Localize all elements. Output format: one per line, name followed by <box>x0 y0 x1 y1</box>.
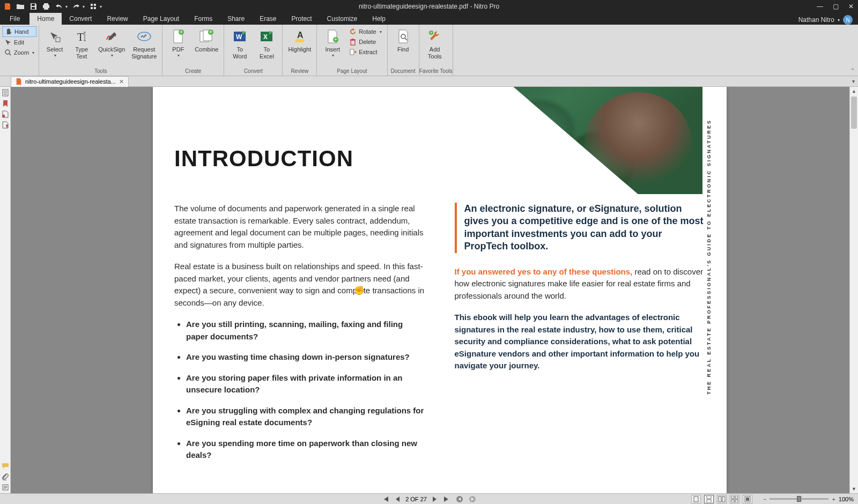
layers-panel-icon[interactable] <box>2 110 9 118</box>
vertical-scrollbar[interactable]: ▲ ▼ <box>849 87 858 493</box>
para-1: The volume of documents and paperwork ge… <box>174 203 425 251</box>
insert-button[interactable]: +Insert <box>319 26 346 60</box>
document-group-label: Document <box>388 67 419 76</box>
close-button[interactable]: ✕ <box>848 3 854 10</box>
zoom-out-button[interactable]: − <box>763 496 766 502</box>
combine-button[interactable]: +Combine <box>191 26 221 55</box>
para-4: This ebook will help you learn the advan… <box>455 312 706 372</box>
bookmarks-panel-icon[interactable] <box>2 100 9 107</box>
tab-convert[interactable]: Convert <box>62 13 99 25</box>
document-viewport[interactable]: THE REAL ESTATE PROFESSIONAL'S GUIDE TO … <box>11 87 858 493</box>
maximize-button[interactable]: ▢ <box>833 3 839 10</box>
svg-rect-45 <box>746 498 749 501</box>
page-counter[interactable]: 2 OF 27 <box>405 496 427 502</box>
to-excel-button[interactable]: XTo Excel <box>253 26 280 62</box>
bullet-4: Are you struggling with complex and chan… <box>186 405 425 429</box>
pages-panel-icon[interactable] <box>2 89 9 97</box>
signatures-panel-icon[interactable] <box>2 121 9 129</box>
tab-help[interactable]: Help <box>365 13 393 25</box>
bullet-1: Are you still printing, scanning, mailin… <box>186 318 425 343</box>
zoom-tool[interactable]: Zoom <box>2 48 36 57</box>
file-tab[interactable]: File <box>0 13 29 25</box>
add-tools-button[interactable]: +Add Tools <box>421 26 448 62</box>
prev-page-icon[interactable] <box>395 496 400 502</box>
svg-rect-0 <box>32 4 35 6</box>
tab-erase[interactable]: Erase <box>252 13 284 25</box>
document-tab[interactable]: nitro-ultimateguideesign-realesta... ✕ <box>11 76 129 87</box>
request-signature-button[interactable]: Request Signature <box>128 26 160 62</box>
delete-button[interactable]: Delete <box>347 37 383 47</box>
tab-forms[interactable]: Forms <box>187 13 220 25</box>
scroll-down-icon[interactable]: ▼ <box>850 485 858 493</box>
right-column: An electronic signature, or eSignature, … <box>455 203 706 470</box>
view-facing-continuous-button[interactable] <box>730 495 739 503</box>
select-button[interactable]: Select <box>41 26 68 60</box>
ribbon: Hand Edit Zoom Select TType Text QuickSi… <box>0 25 858 76</box>
svg-rect-10 <box>56 38 60 42</box>
svg-rect-4 <box>44 8 48 10</box>
comments-panel-icon[interactable] <box>2 462 9 470</box>
undo-icon[interactable] <box>55 2 63 11</box>
close-tab-icon[interactable]: ✕ <box>119 78 124 85</box>
qat-customize-icon[interactable] <box>89 2 98 11</box>
tab-protect[interactable]: Protect <box>284 13 320 25</box>
svg-rect-5 <box>91 4 93 6</box>
print-icon[interactable] <box>42 2 50 11</box>
highlight-button[interactable]: AHighlight <box>285 26 314 55</box>
view-fullscreen-button[interactable] <box>743 495 752 503</box>
tab-home[interactable]: Home <box>29 13 62 25</box>
scroll-thumb[interactable] <box>851 97 857 129</box>
undo-dropdown[interactable]: ▾ <box>65 4 68 9</box>
tab-share[interactable]: Share <box>220 13 252 25</box>
next-page-icon[interactable] <box>432 496 438 502</box>
edit-tool[interactable]: Edit <box>2 38 36 47</box>
tab-page-layout[interactable]: Page Layout <box>136 13 187 25</box>
view-continuous-button[interactable] <box>704 495 714 503</box>
pdf-button[interactable]: +PDF <box>165 26 191 60</box>
to-word-button[interactable]: WTo Word <box>226 26 253 62</box>
redo-dropdown[interactable]: ▾ <box>83 4 85 9</box>
svg-rect-38 <box>719 496 721 502</box>
review-group-label: Review <box>283 67 316 76</box>
user-name[interactable]: Nathan Nitro <box>798 16 834 24</box>
svg-point-9 <box>5 50 10 54</box>
extract-button[interactable]: Extract <box>347 47 383 57</box>
last-page-icon[interactable] <box>443 496 450 502</box>
first-page-icon[interactable] <box>382 496 389 502</box>
zoom-slider[interactable] <box>770 498 829 500</box>
document-tab-label: nitro-ultimateguideesign-realesta... <box>25 78 116 85</box>
view-single-button[interactable] <box>691 495 701 503</box>
find-button[interactable]: Find <box>390 26 417 55</box>
quicksign-button[interactable]: QuickSign <box>95 26 128 60</box>
redo-icon[interactable] <box>72 2 80 11</box>
open-icon[interactable] <box>16 2 25 11</box>
scroll-up-icon[interactable]: ▲ <box>850 87 858 95</box>
next-view-icon[interactable] <box>469 495 476 503</box>
user-avatar[interactable]: N <box>843 15 853 25</box>
svg-rect-30 <box>2 115 5 117</box>
zoom-percent[interactable]: 100% <box>839 496 854 502</box>
document-tab-bar: nitro-ultimateguideesign-realesta... ✕ ▾ <box>0 76 858 87</box>
qat-customize-dropdown[interactable]: ▾ <box>100 4 102 9</box>
rotate-button[interactable]: Rotate <box>347 27 383 36</box>
hand-tool[interactable]: Hand <box>2 26 36 37</box>
user-dropdown[interactable]: ▾ <box>838 18 840 23</box>
output-panel-icon[interactable] <box>2 484 9 491</box>
svg-rect-1 <box>32 7 35 9</box>
pdf-page: THE REAL ESTATE PROFESSIONAL'S GUIDE TO … <box>153 87 727 493</box>
prev-view-icon[interactable] <box>456 495 463 503</box>
collapse-ribbon-icon[interactable]: ⌃ <box>850 68 855 73</box>
zoom-in-button[interactable]: + <box>832 496 835 502</box>
minimize-button[interactable]: ― <box>817 3 823 10</box>
svg-text:A: A <box>297 31 304 40</box>
type-text-button[interactable]: TType Text <box>68 26 95 62</box>
svg-rect-8 <box>94 7 96 9</box>
svg-rect-6 <box>94 4 96 6</box>
tab-review[interactable]: Review <box>99 13 135 25</box>
save-icon[interactable] <box>29 2 38 11</box>
attachments-panel-icon[interactable] <box>2 473 9 480</box>
view-facing-button[interactable] <box>717 495 727 503</box>
tabbar-dropdown[interactable]: ▾ <box>852 78 855 84</box>
bullet-3: Are you storing paper files with private… <box>186 372 425 396</box>
tab-customize[interactable]: Customize <box>320 13 365 25</box>
